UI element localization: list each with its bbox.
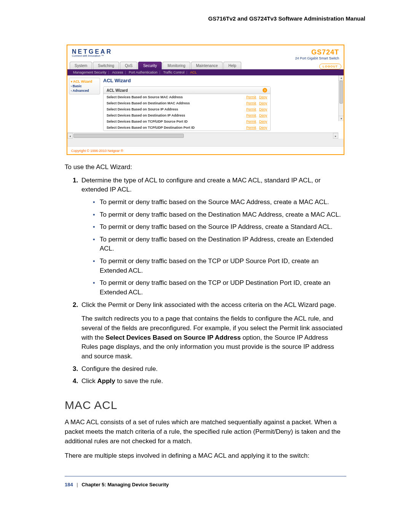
bullet-item: To permit or deny traffic based on the D… <box>93 210 346 220</box>
tab-help[interactable]: Help <box>223 62 241 69</box>
wizard-links: PermitDeny <box>243 101 267 105</box>
step-1: Determine the type of ACL to configure a… <box>80 176 346 297</box>
arrow-icon: › <box>71 85 72 88</box>
wizard-row: Select Devices Based on TCP/UDP Source P… <box>104 118 270 125</box>
wizard-label: Select Devices Based on Source MAC Addre… <box>107 95 183 99</box>
macacl-p2: There are multiple steps involved in def… <box>65 451 346 461</box>
wizard-links: PermitDeny <box>243 126 267 129</box>
permit-link[interactable]: Permit <box>246 120 256 123</box>
document-body: To use the ACL Wizard: Determine the typ… <box>65 163 346 461</box>
wizard-row: Select Devices Based on Source IP Addres… <box>104 106 270 112</box>
permit-link[interactable]: Permit <box>246 126 256 129</box>
deny-link[interactable]: Deny <box>259 113 267 117</box>
sidebar-basic[interactable]: ›Basic <box>71 84 98 88</box>
step-3: Configure the desired rule. <box>80 364 346 374</box>
router-ui-screenshot: NETGEAR Connect with Innovation ™ GS724T… <box>67 45 344 155</box>
page-number: 184 <box>65 482 73 487</box>
scroll-left-icon[interactable]: ◂ <box>67 133 73 139</box>
wizard-header-label: ACL Wizard <box>107 88 128 93</box>
sub-bullets: To permit or deny traffic based on the S… <box>81 198 346 297</box>
wizard-label: Select Devices Based on Destination MAC … <box>107 101 190 105</box>
sidebar-acl-wizard[interactable]: ▾ACL Wizard <box>71 79 98 84</box>
footer-sep: | <box>76 482 78 487</box>
spacer <box>67 139 344 146</box>
bullet-item: To permit or deny traffic based on the S… <box>93 198 346 207</box>
horizontal-scrollbar[interactable]: ◂ ▸ <box>67 133 338 139</box>
main-panel: ACL Wizard ACL Wizard ? Select Devices B… <box>102 75 344 133</box>
tab-system[interactable]: System <box>70 62 92 69</box>
page-header: GS716Tv2 and GS724Tv3 Software Administr… <box>0 15 411 33</box>
intro-text: To use the ACL Wizard: <box>65 163 346 172</box>
brand-block: NETGEAR Connect with Innovation ™ <box>72 48 112 57</box>
bullet-item: To permit or deny traffic based on the D… <box>93 235 346 254</box>
copyright: Copyright © 1996-2010 Netgear ® <box>67 146 344 154</box>
tab-security[interactable]: Security <box>138 62 162 69</box>
help-icon[interactable]: ? <box>263 88 267 93</box>
content-area: ▾ACL Wizard ›Basic ›Advanced ACL Wizard … <box>67 75 344 133</box>
vertical-scrollbar[interactable]: ▴ ▾ <box>338 75 344 121</box>
deny-link[interactable]: Deny <box>259 107 267 111</box>
wizard-links: PermitDeny <box>243 95 267 99</box>
page-footer: 184 | Chapter 5: Managing Device Securit… <box>65 482 346 487</box>
wizard-label: Select Devices Based on Source IP Addres… <box>107 107 178 111</box>
step-4: Click Apply to save the rule. <box>80 377 346 386</box>
sidebar-box: ▾ACL Wizard ›Basic ›Advanced <box>69 78 100 94</box>
logo-bar: NETGEAR Connect with Innovation ™ GS724T… <box>67 45 344 62</box>
subnav-traffic-control[interactable]: Traffic Control <box>163 70 185 74</box>
arrow-icon: › <box>71 89 72 93</box>
wizard-row: Select Devices Based on Destination MAC … <box>104 100 270 106</box>
sidebar-advanced[interactable]: ›Advanced <box>71 88 98 93</box>
chapter-label: Chapter 5: Managing Device Security <box>82 482 169 487</box>
wizard-links: PermitDeny <box>243 107 267 111</box>
scroll-thumb[interactable] <box>339 81 343 104</box>
deny-link[interactable]: Deny <box>259 120 267 123</box>
panel-title: ACL Wizard <box>103 78 341 83</box>
scroll-track[interactable] <box>339 81 344 116</box>
product-subtitle: 24 Port Gigabit Smart Switch <box>295 56 339 60</box>
deny-link[interactable]: Deny <box>259 95 267 99</box>
arrow-icon: ▾ <box>71 80 72 83</box>
steps-list: Determine the type of ACL to configure a… <box>72 176 346 386</box>
footer-rule <box>65 476 346 476</box>
hscroll-thumb[interactable] <box>73 134 184 138</box>
scroll-down-icon[interactable]: ▾ <box>339 116 344 121</box>
step-2: Click the Permit or Deny link associated… <box>80 300 346 361</box>
permit-link[interactable]: Permit <box>246 107 256 111</box>
scroll-right-icon[interactable]: ▸ <box>333 133 338 139</box>
main-tabs: System Switching QoS Security Monitoring… <box>67 62 344 69</box>
permit-link[interactable]: Permit <box>246 101 256 105</box>
wizard-row: Select Devices Based on TCP/UDP Destinat… <box>104 125 270 131</box>
deny-link[interactable]: Deny <box>259 126 267 129</box>
acl-wizard-box: ACL Wizard ? Select Devices Based on Sou… <box>103 86 271 131</box>
wizard-header: ACL Wizard ? <box>104 87 270 94</box>
subnav-acl[interactable]: ACL <box>190 70 197 74</box>
permit-link[interactable]: Permit <box>246 113 256 117</box>
wizard-label: Select Devices Based on Destination IP A… <box>107 113 185 117</box>
tab-qos[interactable]: QoS <box>120 62 137 69</box>
product-code: GS724T <box>295 48 339 56</box>
deny-link[interactable]: Deny <box>259 101 267 105</box>
sidebar: ▾ACL Wizard ›Basic ›Advanced <box>67 75 102 133</box>
sub-nav: Management Security| Access| Port Authen… <box>67 69 344 75</box>
bullet-item: To permit or deny traffic based on the T… <box>93 278 346 297</box>
product-block: GS724T 24 Port Gigabit Smart Switch <box>295 48 339 60</box>
subnav-access[interactable]: Access <box>112 70 123 74</box>
bullet-item: To permit or deny traffic based on the S… <box>93 222 346 232</box>
permit-link[interactable]: Permit <box>246 95 256 99</box>
logout-button[interactable]: LOGOUT <box>319 64 341 69</box>
wizard-links: PermitDeny <box>243 120 267 123</box>
section-heading: MAC ACL <box>65 397 346 414</box>
tab-switching[interactable]: Switching <box>93 62 119 69</box>
wizard-row: Select Devices Based on Destination IP A… <box>104 112 270 118</box>
wizard-row: Select Devices Based on Source MAC Addre… <box>104 94 270 100</box>
scroll-up-icon[interactable]: ▴ <box>339 75 344 81</box>
subnav-management-security[interactable]: Management Security <box>73 70 107 74</box>
tab-maintenance[interactable]: Maintenance <box>191 62 223 69</box>
bullet-item: To permit or deny traffic based on the T… <box>93 257 346 275</box>
wizard-label: Select Devices Based on TCP/UDP Source P… <box>107 120 188 123</box>
subnav-port-auth[interactable]: Port Authentication <box>129 70 158 74</box>
wizard-label: Select Devices Based on TCP/UDP Destinat… <box>107 126 194 129</box>
wizard-links: PermitDeny <box>243 113 267 117</box>
step-2-para: The switch redirects you to a page that … <box>81 314 346 361</box>
tab-monitoring[interactable]: Monitoring <box>162 62 190 69</box>
